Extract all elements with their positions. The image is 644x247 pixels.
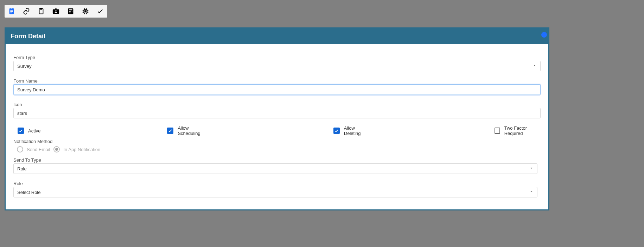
allow-scheduling-label: Allow Scheduling: [178, 125, 206, 136]
send-to-label: Send To Type: [13, 157, 541, 163]
allow-deleting-label: Allow Deleting: [344, 125, 368, 136]
panel-body: Form Type Survey Form Name Survey Demo I…: [6, 44, 548, 209]
active-label: Active: [28, 128, 40, 134]
form-name-label: Form Name: [13, 78, 541, 84]
svg-rect-2: [55, 8, 57, 10]
notification-label: Notification Method: [13, 139, 541, 144]
check-icon[interactable]: [96, 7, 104, 15]
form-name-input[interactable]: Survey Demo: [13, 84, 541, 95]
toolbar: [5, 5, 107, 18]
allow-scheduling-option: Allow Scheduling: [167, 125, 206, 136]
assignment-icon[interactable]: [7, 7, 16, 15]
form-type-value: Survey: [17, 64, 31, 69]
icon-value: stars: [17, 111, 27, 116]
svg-point-7: [72, 11, 72, 12]
panel-header: Form Detail: [6, 28, 548, 44]
form-type-field: Form Type Survey: [13, 55, 541, 71]
chevron-down-icon: [529, 166, 534, 171]
active-checkbox[interactable]: [18, 128, 24, 134]
send-email-radio[interactable]: [17, 146, 23, 152]
cpu-icon[interactable]: [81, 7, 90, 15]
in-app-label: In App Notification: [63, 147, 100, 152]
svg-rect-12: [85, 11, 86, 12]
two-factor-checkbox[interactable]: [495, 128, 500, 134]
chevron-down-icon: [533, 64, 537, 69]
in-app-radio[interactable]: [53, 146, 60, 152]
options-row: Active Allow Scheduling Allow Deleting T…: [18, 125, 541, 136]
panel-title: Form Detail: [11, 33, 45, 40]
form-type-label: Form Type: [13, 55, 541, 60]
id-card-icon[interactable]: [52, 7, 60, 15]
svg-point-9: [70, 13, 71, 13]
svg-rect-1: [40, 8, 42, 9]
role-field: Role Select Role: [13, 181, 541, 197]
role-select[interactable]: Select Role: [13, 187, 537, 197]
svg-point-10: [72, 13, 72, 13]
header-badge-icon[interactable]: [541, 32, 547, 38]
role-value: Select Role: [17, 190, 40, 195]
form-name-value: Survey Demo: [17, 87, 45, 92]
allow-deleting-checkbox[interactable]: [333, 128, 340, 134]
svg-rect-4: [69, 9, 72, 11]
chevron-down-icon: [529, 190, 534, 195]
svg-point-6: [70, 11, 71, 12]
form-name-field: Form Name Survey Demo: [13, 78, 541, 95]
icon-label: Icon: [13, 102, 541, 107]
form-detail-panel: Form Detail Form Type Survey Form Name S…: [5, 27, 549, 210]
send-email-label: Send Email: [27, 147, 50, 152]
svg-point-8: [69, 13, 70, 13]
active-option: Active: [18, 128, 40, 134]
link-icon[interactable]: [22, 7, 31, 15]
send-to-select[interactable]: Role: [13, 163, 537, 174]
icon-field: Icon stars: [13, 102, 541, 118]
role-label: Role: [13, 181, 541, 186]
two-factor-label: Two Factor Required: [504, 125, 541, 136]
allow-deleting-option: Allow Deleting: [333, 125, 368, 136]
send-to-field: Send To Type Role: [13, 157, 541, 174]
two-factor-option: Two Factor Required: [495, 125, 541, 136]
clipboard-icon[interactable]: [37, 7, 45, 15]
notification-radio-group: Send Email In App Notification: [17, 146, 541, 152]
send-to-value: Role: [17, 166, 27, 171]
icon-input[interactable]: stars: [13, 108, 541, 118]
svg-point-5: [69, 11, 70, 12]
calc-icon[interactable]: [66, 7, 75, 15]
form-type-select[interactable]: Survey: [13, 61, 541, 71]
allow-scheduling-checkbox[interactable]: [167, 128, 173, 134]
